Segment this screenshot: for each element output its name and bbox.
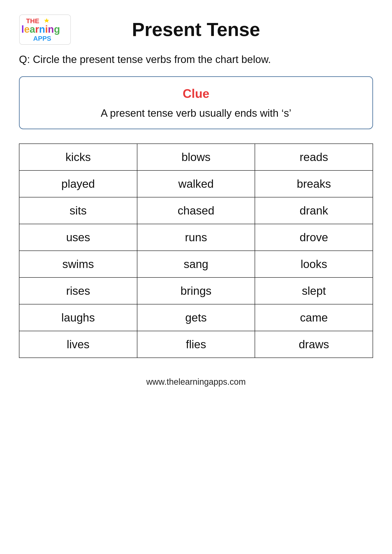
- table-row: laughsgetscame: [19, 304, 373, 331]
- table-cell: brings: [137, 277, 255, 304]
- clue-title: Clue: [34, 86, 358, 101]
- clue-box: Clue A present tense verb usually ends w…: [19, 76, 373, 129]
- table-cell: laughs: [19, 304, 137, 331]
- table-cell: uses: [19, 224, 137, 251]
- table-cell: slept: [255, 277, 373, 304]
- header: THE learning APPS Present Tense: [19, 14, 373, 45]
- table-cell: sits: [19, 197, 137, 224]
- table-cell: lives: [19, 331, 137, 358]
- svg-text:APPS: APPS: [33, 35, 51, 42]
- table-cell: reads: [255, 144, 373, 170]
- table-cell: came: [255, 304, 373, 331]
- clue-text: A present tense verb usually ends with ‘…: [34, 107, 358, 119]
- page-title: Present Tense: [71, 19, 373, 41]
- table-cell: played: [19, 170, 137, 197]
- table-cell: draws: [255, 331, 373, 358]
- table-cell: breaks: [255, 170, 373, 197]
- footer-url: www.thelearningapps.com: [146, 377, 246, 387]
- table-cell: sang: [137, 251, 255, 277]
- table-row: risesbringsslept: [19, 277, 373, 304]
- table-cell: kicks: [19, 144, 137, 170]
- table-cell: gets: [137, 304, 255, 331]
- table-row: usesrunsdrove: [19, 224, 373, 251]
- question-text: Q: Circle the present tense verbs from t…: [19, 52, 373, 67]
- table-cell: walked: [137, 170, 255, 197]
- table-cell: drank: [255, 197, 373, 224]
- svg-marker-2: [44, 18, 49, 23]
- table-cell: drove: [255, 224, 373, 251]
- table-cell: swims: [19, 251, 137, 277]
- table-cell: rises: [19, 277, 137, 304]
- word-table: kicksblowsreadsplayedwalkedbreakssitscha…: [19, 144, 373, 358]
- logo: THE learning APPS: [19, 14, 71, 45]
- table-cell: flies: [137, 331, 255, 358]
- table-cell: chased: [137, 197, 255, 224]
- table-row: playedwalkedbreaks: [19, 170, 373, 197]
- table-cell: looks: [255, 251, 373, 277]
- table-cell: runs: [137, 224, 255, 251]
- table-row: livesfliesdraws: [19, 331, 373, 358]
- svg-text:learning: learning: [21, 24, 60, 35]
- footer: www.thelearningapps.com: [19, 377, 373, 387]
- table-row: kicksblowsreads: [19, 144, 373, 170]
- table-cell: blows: [137, 144, 255, 170]
- table-row: swimssanglooks: [19, 251, 373, 277]
- table-row: sitschaseddrank: [19, 197, 373, 224]
